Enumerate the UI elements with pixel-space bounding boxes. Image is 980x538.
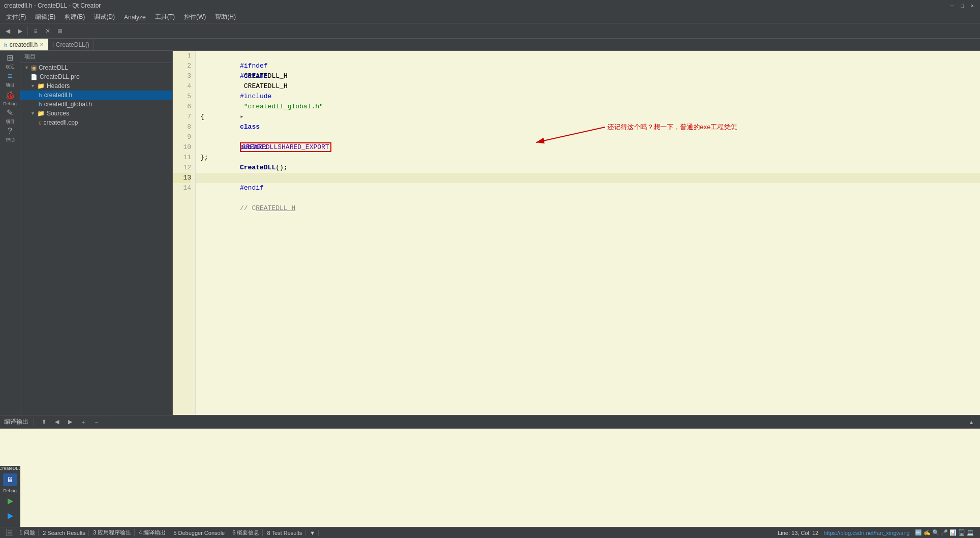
bottom-toolbar: 编译输出 ⬆ ◀ ▶ + − ▲ (0, 415, 980, 429)
linenum-5: 5 (173, 92, 191, 102)
statusbar-arrow-down[interactable]: ▼ (307, 530, 319, 536)
tab-label-createdll-h: createdll.h (10, 41, 38, 48)
taskbar-run-button[interactable] (3, 495, 17, 508)
run-icon (6, 497, 14, 505)
arrow-headers: ▼ (30, 83, 35, 88)
statusbar-left: 1 问题 2 Search Results 3 应用程序输出 4 编译输出 5 … (4, 529, 319, 537)
welcome-icon: ⊞ (7, 53, 13, 63)
bottom-btn-remove[interactable]: − (92, 417, 101, 427)
systray-icons: 🔤 ✍ 🔍 🎤 📊 🖥️ 💻 (915, 529, 974, 535)
tree-item-sources[interactable]: ▼ 📁 Sources (20, 109, 172, 118)
menubar: 文件(F) 编辑(E) 构建(B) 调试(D) Analyze 工具(T) 控件… (0, 11, 980, 23)
linenum-6: 6 (173, 102, 191, 112)
cursor-pos: REATEDLL_H (256, 204, 295, 212)
toolbar-options[interactable]: ≡ (30, 25, 41, 37)
tree-item-pro[interactable]: 📄 CreateDLL.pro (20, 72, 172, 81)
linenum-7: 7 (173, 112, 191, 122)
maximize-button[interactable]: □ (959, 2, 966, 9)
statusbar-url[interactable]: https://blog.csdn.net/fan_xingwang (821, 530, 911, 536)
menu-help[interactable]: 帮助(H) (211, 12, 240, 22)
sidebar-edit[interactable]: ✎ 项目 (2, 108, 19, 125)
bottom-btn-move[interactable]: ⬆ (39, 417, 48, 427)
projects-icon: ≡ (8, 72, 12, 81)
toolbar-close[interactable]: ✕ (42, 25, 53, 37)
space-1 (240, 133, 244, 141)
menu-debug[interactable]: 调试(D) (90, 12, 119, 22)
editor[interactable]: 1 2 3 4 5 6 7 8 9 10 11 12 13 14 #ifndef (173, 51, 980, 415)
statusbar-problems[interactable]: 1 问题 (16, 529, 39, 536)
tab-label-createdll-fn: CreateDLL() (56, 41, 89, 48)
folder-icon-sources: 📁 (37, 110, 45, 117)
code-line-13: #endif // CREATEDLL_H (196, 173, 980, 183)
toolbar-forward[interactable]: ▶ (14, 25, 25, 37)
tree-item-headers[interactable]: ▼ 📁 Headers (20, 81, 172, 91)
statusbar-general[interactable]: 6 概要信息 (229, 529, 263, 536)
code-line-8 (196, 122, 980, 132)
statusbar-right: Line: 13, Col: 12 https://blog.csdn.net/… (776, 529, 976, 536)
sidebar-icons: ⊞ 欢迎 ≡ 项目 🐞 Debug ✎ 项目 ? 帮助 (0, 51, 20, 415)
menu-build[interactable]: 构建(B) (60, 12, 89, 22)
export-macro: CREATEDLLSHARED_EXPORT (240, 142, 331, 152)
tree-item-createdll-h[interactable]: h createdll.h (20, 91, 172, 100)
code-area[interactable]: #ifndef CREATEDLL_H #define CREATEDLL_H … (196, 51, 980, 415)
tab-close-h[interactable]: ✕ (40, 42, 44, 47)
linenum-11: 11 (173, 153, 191, 163)
tab-icon-h: h (4, 42, 8, 48)
menu-file[interactable]: 文件(F) (2, 12, 30, 22)
linenum-4: 4 (173, 81, 191, 92)
bottom-btn-collapse[interactable]: ▲ (967, 417, 976, 427)
toolbar-split[interactable]: ⊞ (54, 25, 66, 37)
folder-icon-headers: 📁 (37, 82, 45, 89)
code-line-12 (196, 163, 980, 173)
statusbar-app-output[interactable]: 3 应用程序输出 (90, 529, 135, 536)
titlebar-controls: ─ □ × (948, 2, 976, 9)
projects-label: 项目 (6, 82, 15, 88)
tree-item-global-h[interactable]: h createdll_global.h (20, 100, 172, 109)
macro-createdll-h-2: CREATEDLL_H (240, 82, 288, 90)
menu-tools[interactable]: 工具(T) (151, 12, 179, 22)
statusbar-test[interactable]: 8 Test Results (264, 530, 305, 536)
tab-separator: | (52, 42, 54, 47)
linenum-3: 3 (173, 71, 191, 81)
fold-arrow-6: ▸ (240, 113, 248, 121)
tree-item-cpp[interactable]: c createdll.cpp (20, 118, 172, 127)
bottom-btn-next[interactable]: ▶ (66, 417, 75, 427)
tab-createdll-h[interactable]: h createdll.h ✕ (0, 39, 48, 50)
tree-header: 项目 (20, 51, 172, 63)
sidebar-debug[interactable]: 🐞 Debug (2, 89, 19, 107)
sidebar-help[interactable]: ? 帮助 (2, 126, 19, 143)
bottom-btn-add[interactable]: + (79, 417, 88, 427)
statusbar-compile-output[interactable]: 4 编译输出 (136, 529, 169, 536)
menu-edit[interactable]: 编辑(E) (31, 12, 59, 22)
statusbar-search-results[interactable]: 2 Search Results (40, 530, 89, 536)
file-tree: 项目 ▼ ▣ CreateDLL 📄 CreateDLL.pro ▼ 📁 Hea… (20, 51, 173, 415)
tab-createdll-fn[interactable]: | CreateDLL() (48, 39, 94, 50)
pp-define: #define (240, 72, 268, 80)
monitor-icon: 🖥 (7, 475, 14, 484)
code-line-14 (196, 183, 980, 193)
bottom-sep (34, 418, 34, 426)
sidebar-welcome[interactable]: ⊞ 欢迎 (2, 53, 19, 70)
bottom-panel-title: 编译输出 (4, 417, 28, 426)
toolbar-back[interactable]: ◀ (2, 25, 13, 37)
linenum-14: 14 (173, 183, 191, 193)
tree-item-createdll[interactable]: ▼ ▣ CreateDLL (20, 63, 172, 72)
taskbar-project-icon[interactable]: 🖥 (3, 473, 17, 486)
menu-analyze[interactable]: Analyze (120, 13, 150, 22)
global-h-icon: h (39, 101, 42, 107)
minimize-button[interactable]: ─ (948, 2, 956, 9)
close-button[interactable]: × (969, 2, 976, 9)
svg-marker-6 (8, 498, 13, 504)
linenum-12: 12 (173, 163, 191, 173)
kw-class: class (240, 123, 260, 131)
editor-container: 1 2 3 4 5 6 7 8 9 10 11 12 13 14 #ifndef (173, 51, 980, 415)
debug-label: Debug (3, 101, 17, 106)
taskbar-build-button[interactable] (3, 510, 17, 523)
code-line-4: #include "createdll_global.h" (196, 81, 980, 92)
debug-icon: 🐞 (5, 91, 15, 100)
sidebar-projects[interactable]: ≡ 项目 (2, 71, 19, 88)
statusbar-debugger[interactable]: 5 Debugger Console (170, 530, 228, 536)
bottom-content[interactable] (0, 429, 980, 527)
menu-controls[interactable]: 控件(W) (180, 12, 210, 22)
bottom-btn-prev[interactable]: ◀ (52, 417, 62, 427)
